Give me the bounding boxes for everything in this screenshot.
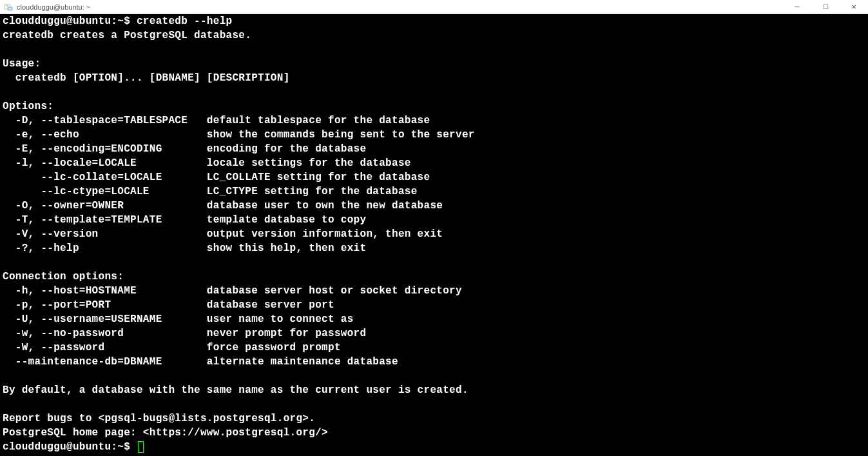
footer-bugs: Report bugs to <pgsql-bugs@lists.postgre… bbox=[3, 413, 315, 424]
usage-header: Usage: bbox=[3, 58, 41, 70]
options-list: -D, --tablespace=TABLESPACE default tabl… bbox=[3, 115, 475, 254]
output-summary: createdb creates a PostgreSQL database. bbox=[3, 30, 251, 41]
svg-rect-1 bbox=[8, 7, 12, 10]
window-controls: ─ ☐ ✕ bbox=[783, 0, 868, 14]
putty-icon bbox=[4, 3, 13, 12]
terminal-cursor bbox=[138, 441, 144, 453]
conn-header: Connection options: bbox=[3, 271, 124, 283]
close-button[interactable]: ✕ bbox=[840, 0, 868, 14]
footer-homepage: PostgreSQL home page: <https://www.postg… bbox=[3, 427, 328, 439]
connection-options-list: -h, --host=HOSTNAME database server host… bbox=[3, 285, 462, 368]
prompt-path: ~ bbox=[117, 15, 124, 27]
titlebar-left: cloudduggu@ubuntu: ~ bbox=[4, 3, 90, 12]
minimize-button[interactable]: ─ bbox=[783, 0, 811, 14]
prompt-line-1: cloudduggu@ubuntu:~$ createdb --help bbox=[3, 15, 232, 27]
options-header: Options: bbox=[3, 101, 53, 112]
footer-default: By default, a database with the same nam… bbox=[3, 384, 468, 396]
terminal-area[interactable]: cloudduggu@ubuntu:~$ createdb --help cre… bbox=[0, 14, 868, 456]
maximize-button[interactable]: ☐ bbox=[811, 0, 840, 14]
prompt-user-host: cloudduggu@ubuntu bbox=[3, 15, 111, 27]
usage-line: createdb [OPTION]... [DBNAME] [DESCRIPTI… bbox=[3, 72, 290, 84]
prompt-line-2: cloudduggu@ubuntu:~$ bbox=[3, 441, 144, 453]
window-title: cloudduggu@ubuntu: ~ bbox=[17, 3, 90, 11]
window-titlebar: cloudduggu@ubuntu: ~ ─ ☐ ✕ bbox=[0, 0, 868, 14]
command-text: createdb --help bbox=[137, 15, 233, 27]
